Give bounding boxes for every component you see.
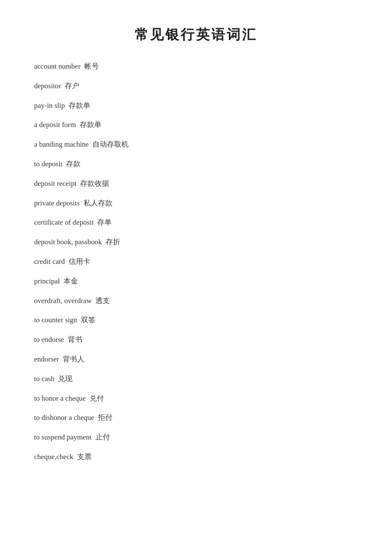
- vocab-item: a banding machine 自动存取机: [34, 139, 358, 150]
- vocab-english: principal: [34, 277, 60, 285]
- vocab-chinese: 背书: [64, 335, 82, 344]
- vocab-item: private deposits 私人存款: [34, 198, 358, 208]
- vocab-english: deposit book, passbook: [34, 238, 102, 246]
- vocab-chinese: 存折: [102, 238, 120, 246]
- vocab-item: overdraft, overdraw 透支: [34, 296, 358, 306]
- vocab-english: endorser: [34, 355, 59, 363]
- vocab-chinese: 透支: [92, 297, 110, 305]
- vocab-item: account number 帐号: [34, 61, 358, 72]
- vocab-chinese: 双签: [77, 316, 95, 324]
- vocab-item: to cash 兑现: [34, 374, 358, 384]
- vocab-english: to cash: [34, 375, 55, 383]
- vocab-english: to honor a cheque: [34, 394, 86, 402]
- vocab-english: account number: [34, 62, 81, 70]
- vocab-item: credit card 信用卡: [34, 257, 358, 267]
- vocab-item: deposit receipt 存款收据: [34, 179, 358, 189]
- vocab-item: to dishonor a cheque 拒付: [34, 413, 358, 423]
- vocab-item: to suspend payment 止付: [34, 432, 358, 442]
- vocab-list: account number 帐号depositor 存户pay-in slip…: [34, 61, 358, 462]
- vocab-item: pay-in slip 存款单: [34, 101, 358, 111]
- vocab-chinese: 止付: [92, 433, 110, 441]
- page-title: 常见银行英语词汇: [34, 26, 358, 44]
- vocab-item: depositor 存户: [34, 81, 358, 91]
- vocab-english: deposit receipt: [34, 179, 77, 188]
- vocab-english: a banding machine: [34, 140, 89, 148]
- vocab-item: principal 本金: [34, 276, 358, 286]
- vocab-item: cheque,check 支票: [34, 452, 358, 462]
- vocab-english: cheque,check: [34, 453, 73, 461]
- vocab-english: certificate of deposit: [34, 218, 94, 226]
- vocab-item: to counter sign 双签: [34, 315, 358, 325]
- vocab-chinese: 存户: [61, 82, 79, 90]
- vocab-item: to honor a cheque 兑付: [34, 393, 358, 404]
- vocab-chinese: 本金: [60, 277, 78, 285]
- vocab-english: to suspend payment: [34, 433, 92, 441]
- vocab-chinese: 背书人: [59, 355, 85, 363]
- vocab-chinese: 支票: [73, 453, 92, 461]
- vocab-english: a deposit form: [34, 121, 76, 129]
- vocab-chinese: 拒付: [94, 413, 112, 422]
- vocab-item: a deposit form 存款单: [34, 120, 358, 130]
- vocab-chinese: 存单: [94, 218, 112, 226]
- vocab-chinese: 存款收据: [77, 179, 110, 188]
- vocab-chinese: 兑付: [86, 394, 104, 402]
- vocab-english: overdraft, overdraw: [34, 297, 92, 305]
- vocab-english: depositor: [34, 82, 61, 90]
- vocab-chinese: 存款单: [65, 101, 90, 110]
- vocab-item: to deposit 存款: [34, 159, 358, 169]
- vocab-item: certificate of deposit 存单: [34, 217, 358, 228]
- vocab-english: credit card: [34, 257, 65, 266]
- vocab-english: to endorse: [34, 335, 64, 344]
- vocab-english: to dishonor a cheque: [34, 413, 94, 422]
- vocab-item: deposit book, passbook 存折: [34, 237, 358, 247]
- vocab-item: to endorse 背书: [34, 335, 358, 345]
- vocab-chinese: 帐号: [81, 62, 99, 70]
- vocab-chinese: 兑现: [55, 375, 73, 383]
- vocab-english: to counter sign: [34, 316, 77, 324]
- vocab-chinese: 自动存取机: [89, 140, 129, 148]
- vocab-english: private deposits: [34, 199, 80, 207]
- vocab-chinese: 私人存款: [80, 199, 112, 207]
- vocab-english: pay-in slip: [34, 101, 65, 110]
- vocab-english: to deposit: [34, 160, 63, 168]
- vocab-item: endorser 背书人: [34, 354, 358, 364]
- vocab-chinese: 信用卡: [65, 257, 90, 266]
- vocab-chinese: 存款: [63, 160, 81, 168]
- vocab-chinese: 存款单: [76, 121, 101, 129]
